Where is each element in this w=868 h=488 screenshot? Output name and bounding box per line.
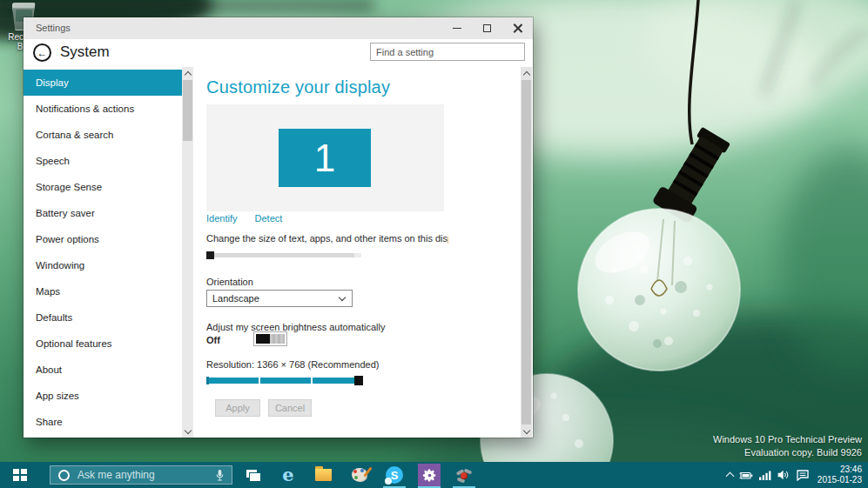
brightness-label: Adjust my screen brightness automaticall…	[206, 322, 385, 332]
sidebar-item-storage-sense[interactable]: Storage Sense	[24, 174, 182, 200]
scroll-up-icon[interactable]	[521, 67, 532, 79]
scroll-down-icon[interactable]	[182, 425, 193, 438]
text-size-label: Change the size of text, apps, and other…	[206, 233, 448, 244]
content-scrollbar[interactable]	[521, 67, 532, 438]
app-icon	[456, 468, 472, 482]
text-size-slider[interactable]	[206, 253, 361, 257]
internet-explorer-icon	[282, 465, 293, 485]
sidebar-item-power-options[interactable]: Power options	[24, 226, 182, 252]
orientation-value: Landscape	[212, 293, 259, 304]
watermark-line2: Evaluation copy. Build 9926	[713, 446, 862, 459]
orientation-label: Orientation	[206, 277, 253, 287]
sidebar-item-battery-saver[interactable]: Battery saver	[24, 200, 182, 226]
network-signal-icon[interactable]	[759, 471, 771, 480]
slider-handle[interactable]	[206, 251, 214, 259]
find-setting-input[interactable]	[370, 43, 525, 61]
ask-me-anything-input[interactable]	[77, 469, 215, 481]
window-title: Settings	[36, 23, 71, 33]
brightness-toggle[interactable]	[253, 331, 287, 346]
taskbar-clock[interactable]: 23:46 2015-01-23	[818, 465, 862, 485]
close-icon	[513, 23, 522, 33]
settings-sidebar: Display Notifications & actions Cortana …	[24, 67, 193, 438]
scrollbar-thumb[interactable]	[183, 80, 192, 141]
sidebar-item-about[interactable]: About	[24, 357, 182, 383]
task-view-button[interactable]	[240, 462, 266, 488]
sidebar-item-notifications[interactable]: Notifications & actions	[24, 96, 182, 122]
paint-button[interactable]	[347, 462, 373, 488]
desktop: Recycle Bin Windows 10 Pro Technical Pre…	[0, 0, 868, 488]
scroll-up-icon[interactable]	[182, 67, 193, 79]
toggle-track	[270, 334, 285, 344]
cortana-icon	[58, 470, 70, 481]
cancel-button[interactable]: Cancel	[268, 399, 312, 417]
monitor-preview-area: 1	[206, 104, 444, 211]
scrollbar-thumb[interactable]	[521, 80, 531, 424]
resolution-slider-handle[interactable]	[354, 376, 363, 385]
sidebar-item-optional-features[interactable]: Optional features	[24, 331, 182, 357]
system-tray: 23:46 2015-01-23	[727, 462, 868, 488]
clock-time: 23:46	[818, 465, 862, 475]
minimize-button[interactable]	[441, 17, 472, 39]
build-watermark: Windows 10 Pro Technical Preview Evaluat…	[713, 433, 862, 459]
taskbar: 23:46 2015-01-23	[0, 462, 868, 488]
skype-icon	[386, 466, 403, 484]
resolution-label: Resolution: 1366 × 768 (Recommended)	[206, 359, 379, 370]
app-button[interactable]	[451, 462, 477, 488]
folder-icon	[315, 469, 332, 481]
back-button[interactable]	[33, 43, 51, 62]
minimize-icon	[453, 28, 461, 29]
taskbar-search[interactable]	[50, 465, 232, 485]
settings-app-button[interactable]	[416, 462, 442, 488]
sidebar-item-windowing[interactable]: Windowing	[24, 252, 182, 278]
slider-track-end	[354, 253, 361, 257]
close-button[interactable]	[502, 17, 533, 39]
resolution-slider[interactable]	[206, 378, 363, 384]
file-explorer-button[interactable]	[310, 462, 336, 488]
sidebar-item-cortana-search[interactable]: Cortana & search	[24, 122, 182, 148]
sidebar-item-share[interactable]: Share	[24, 409, 182, 435]
show-hidden-icons-chevron[interactable]	[725, 472, 734, 481]
brightness-state: Off	[206, 335, 220, 345]
paint-palette-icon	[352, 468, 367, 482]
maximize-icon	[483, 24, 491, 32]
sidebar-item-display[interactable]: Display	[24, 70, 182, 96]
maximize-button[interactable]	[472, 17, 502, 39]
skype-button[interactable]	[381, 462, 407, 488]
volume-icon[interactable]	[777, 470, 791, 480]
task-view-icon	[246, 470, 260, 481]
watermark-line1: Windows 10 Pro Technical Preview	[713, 433, 862, 446]
window-titlebar[interactable]: Settings	[24, 17, 533, 39]
microphone-icon[interactable]	[215, 469, 225, 482]
sidebar-item-app-sizes[interactable]: App sizes	[24, 383, 182, 409]
internet-explorer-button[interactable]	[275, 462, 301, 488]
monitor-1[interactable]: 1	[279, 129, 371, 187]
action-center-icon[interactable]	[797, 470, 809, 481]
monitor-number: 1	[314, 139, 335, 177]
page-header: System	[24, 39, 533, 67]
display-settings-panel: Customize your display 1 Identify Detect…	[193, 67, 521, 438]
settings-tile	[418, 464, 441, 486]
settings-window: Settings System Display Notifications & …	[24, 17, 533, 438]
toggle-knob	[256, 334, 270, 344]
apply-button[interactable]: Apply	[215, 399, 260, 417]
windows-logo-icon	[13, 469, 27, 481]
detect-link[interactable]: Detect	[255, 213, 283, 224]
sidebar-item-defaults[interactable]: Defaults	[24, 304, 182, 331]
gear-icon	[422, 468, 437, 483]
power-battery-icon[interactable]	[739, 471, 753, 480]
page-title: System	[60, 43, 110, 61]
section-heading: Customize your display	[206, 77, 390, 97]
orientation-dropdown[interactable]: Landscape	[206, 290, 353, 307]
chevron-down-icon	[339, 294, 346, 301]
sidebar-item-speech[interactable]: Speech	[24, 148, 182, 174]
start-button[interactable]	[0, 462, 40, 488]
scroll-down-icon[interactable]	[521, 425, 532, 438]
clock-date: 2015-01-23	[818, 475, 862, 485]
sidebar-scrollbar[interactable]	[182, 67, 193, 438]
identify-link[interactable]: Identify	[206, 213, 237, 224]
sidebar-item-maps[interactable]: Maps	[24, 278, 182, 304]
